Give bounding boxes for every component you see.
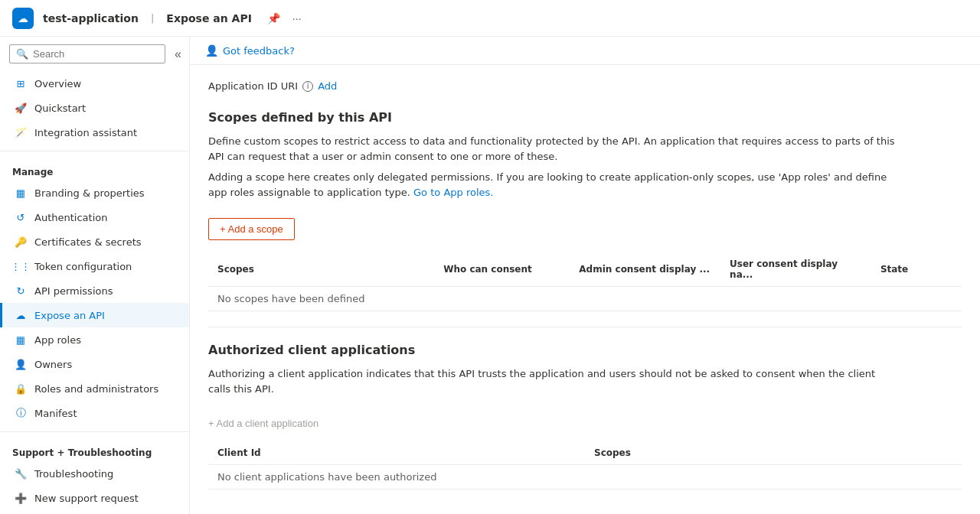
manage-divider	[0, 151, 189, 151]
sidebar-label-app-roles: App roles	[34, 334, 81, 346]
app-id-add-link[interactable]: Add	[318, 80, 337, 92]
sidebar-label-quickstart: Quickstart	[34, 102, 86, 114]
sidebar-label-new-support: New support request	[34, 493, 139, 504]
search-box[interactable]: 🔍	[9, 44, 165, 63]
authorized-description: Authorizing a client application indicat…	[208, 366, 897, 396]
sidebar-item-new-support[interactable]: ➕ New support request	[0, 486, 189, 510]
sidebar-label-roles-admins: Roles and administrators	[34, 383, 158, 395]
app-roles-icon: ▦	[15, 333, 27, 346]
sidebar-item-certificates[interactable]: 🔑 Certificates & secrets	[0, 229, 189, 254]
feedback-icon: 👤	[205, 44, 218, 57]
support-icon: ➕	[15, 492, 27, 504]
main-content: 👤 Got feedback? Application ID URI i Add…	[190, 37, 980, 514]
app-id-uri-label: Application ID URI	[208, 80, 298, 92]
sidebar-label-troubleshooting: Troubleshooting	[34, 468, 113, 480]
sidebar-label-authentication: Authentication	[34, 212, 107, 223]
token-icon: ⋮⋮	[15, 260, 27, 272]
scopes-col-consent: Who can consent	[434, 252, 570, 287]
client-table: Client Id Scopes No client applications …	[208, 441, 962, 490]
content-inner: Application ID URI i Add Scopes defined …	[190, 65, 980, 511]
more-icon: ···	[292, 12, 302, 24]
manage-section-label: Manage	[0, 158, 189, 181]
sidebar-label-integration: Integration assistant	[34, 127, 137, 138]
app-id-uri-row: Application ID URI i Add	[208, 80, 962, 92]
scopes-description-2: Adding a scope here creates only delegat…	[208, 170, 897, 200]
page-title: Expose an API	[166, 12, 252, 24]
feedback-bar: 👤 Got feedback?	[190, 37, 980, 65]
auth-icon: ↺	[15, 211, 27, 223]
sidebar-item-expose-api[interactable]: ☁ Expose an API	[0, 303, 189, 327]
client-col-scopes: Scopes	[585, 441, 962, 465]
support-section-label: Support + Troubleshooting	[0, 438, 189, 461]
expose-api-icon: ☁	[15, 309, 27, 321]
scopes-table: Scopes Who can consent Admin consent dis…	[208, 252, 962, 311]
app-id-info-icon[interactable]: i	[302, 81, 313, 92]
sidebar-item-integration[interactable]: 🪄 Integration assistant	[0, 120, 189, 145]
sidebar-item-authentication[interactable]: ↺ Authentication	[0, 205, 189, 229]
sidebar-item-token[interactable]: ⋮⋮ Token configuration	[0, 254, 189, 278]
sidebar-label-certificates: Certificates & secrets	[34, 236, 142, 248]
manifest-icon: ⓘ	[15, 407, 27, 419]
scopes-no-data-row: No scopes have been defined	[208, 287, 962, 311]
client-no-data: No client applications have been authori…	[208, 465, 962, 490]
header-divider: |	[151, 12, 154, 24]
support-divider	[0, 431, 189, 432]
sidebar-label-overview: Overview	[34, 78, 81, 89]
wand-icon: 🪄	[15, 126, 27, 138]
sidebar-label-owners: Owners	[34, 359, 72, 370]
scopes-desc2-text: Adding a scope here creates only delegat…	[208, 171, 887, 198]
sidebar-item-manifest[interactable]: ⓘ Manifest	[0, 401, 189, 425]
wrench-icon: 🔧	[15, 467, 27, 480]
authorized-section-title: Authorized client applications	[208, 343, 962, 357]
add-scope-button[interactable]: + Add a scope	[208, 218, 295, 240]
sidebar-item-troubleshooting[interactable]: 🔧 Troubleshooting	[0, 461, 189, 486]
app-name: test-application	[43, 12, 139, 24]
rocket-icon: 🚀	[15, 102, 27, 114]
sidebar-label-expose-api: Expose an API	[34, 310, 105, 321]
branding-icon: ▦	[15, 187, 27, 199]
sidebar-label-api-permissions: API permissions	[34, 285, 113, 297]
roles-admin-icon: 🔒	[15, 382, 27, 395]
sidebar: 🔍 « ⊞ Overview 🚀 Quickstart 🪄 Integratio…	[0, 37, 190, 514]
top-header: ☁ test-application | Expose an API 📌 ···	[0, 0, 980, 37]
add-client-button[interactable]: + Add a client application	[208, 415, 318, 432]
scopes-no-data: No scopes have been defined	[208, 287, 962, 311]
owners-icon: 👤	[15, 358, 27, 370]
app-icon: ☁	[12, 8, 34, 29]
header-actions: 📌 ···	[264, 9, 305, 28]
sidebar-item-owners[interactable]: 👤 Owners	[0, 352, 189, 376]
grid-icon: ⊞	[15, 77, 27, 89]
pin-icon: 📌	[267, 12, 280, 24]
sidebar-item-roles-admins[interactable]: 🔒 Roles and administrators	[0, 376, 189, 401]
sidebar-item-quickstart[interactable]: 🚀 Quickstart	[0, 96, 189, 120]
go-to-app-roles-link[interactable]: Go to App roles.	[413, 187, 493, 198]
sidebar-item-app-roles[interactable]: ▦ App roles	[0, 327, 189, 352]
scopes-col-user: User consent display na...	[720, 252, 871, 287]
pin-button[interactable]: 📌	[264, 9, 283, 28]
sections-divider	[208, 327, 962, 327]
feedback-link[interactable]: Got feedback?	[223, 45, 295, 57]
certs-icon: 🔑	[15, 236, 27, 248]
scopes-section-title: Scopes defined by this API	[208, 110, 962, 125]
more-button[interactable]: ···	[289, 9, 305, 28]
api-permissions-icon: ↻	[15, 285, 27, 297]
client-col-id: Client Id	[208, 441, 585, 465]
search-icon: 🔍	[16, 48, 28, 60]
scopes-description-1: Define custom scopes to restrict access …	[208, 134, 897, 164]
client-no-data-row: No client applications have been authori…	[208, 465, 962, 490]
scopes-col-state: State	[871, 252, 962, 287]
scopes-col-scopes: Scopes	[208, 252, 434, 287]
scopes-col-admin: Admin consent display ...	[570, 252, 720, 287]
sidebar-label-token: Token configuration	[34, 261, 132, 272]
sidebar-label-manifest: Manifest	[34, 408, 77, 419]
collapse-button[interactable]: «	[175, 47, 181, 61]
sidebar-item-branding[interactable]: ▦ Branding & properties	[0, 181, 189, 205]
sidebar-label-branding: Branding & properties	[34, 187, 145, 199]
search-input[interactable]	[33, 48, 158, 60]
sidebar-item-overview[interactable]: ⊞ Overview	[0, 71, 189, 96]
main-layout: 🔍 « ⊞ Overview 🚀 Quickstart 🪄 Integratio…	[0, 37, 980, 514]
sidebar-item-api-permissions[interactable]: ↻ API permissions	[0, 278, 189, 303]
